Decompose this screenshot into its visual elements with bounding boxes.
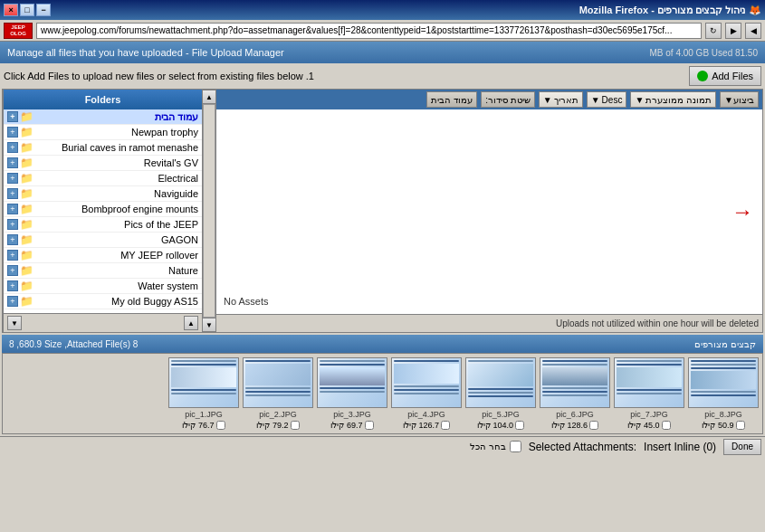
upload-manager-title: Manage all files that you have uploaded … — [7, 47, 284, 58]
folder-item-name: Revital's GV — [33, 157, 198, 168]
scroll-up-button[interactable]: ▲ — [202, 90, 216, 104]
folder-icon: 📁 — [20, 233, 33, 246]
red-arrow-indicator: → — [732, 199, 753, 224]
folder-item-picsjeep[interactable]: + 📁 Pics of the JEEP — [4, 217, 202, 233]
thumbnail-image — [317, 357, 387, 408]
folder-item-revital[interactable]: + 📁 Revital's GV — [4, 156, 202, 171]
scroll-track[interactable] — [203, 104, 215, 318]
select-all-label: בחר הכל — [470, 442, 506, 451]
folder-icon: 📁 — [20, 280, 33, 292]
folder-expand-icon[interactable]: + — [7, 111, 18, 122]
folder-item-name: עמוד הבית — [33, 111, 198, 123]
thumbnail-image — [614, 357, 684, 408]
folder-expand-icon[interactable]: + — [7, 127, 18, 138]
add-icon — [697, 71, 708, 81]
thumbnail-checkbox[interactable] — [216, 421, 225, 430]
upload-manager-header: MB of 4.00 GB Used 81.50 Manage all file… — [0, 42, 765, 63]
forward-button[interactable]: ▶ — [725, 23, 741, 39]
thumbnail-item: pic_5.JPG 104.0 קילו — [465, 357, 536, 430]
done-button[interactable]: Done — [723, 439, 761, 455]
folder-icon: 📁 — [20, 141, 33, 154]
folder-expand-icon[interactable]: + — [7, 250, 18, 261]
reload-button[interactable]: ↻ — [705, 23, 722, 39]
folder-expand-icon[interactable]: + — [7, 219, 18, 230]
folder-expand-icon[interactable]: + — [7, 157, 18, 168]
thumbnail-checkbox[interactable] — [515, 421, 524, 430]
thumbnail-preview — [615, 358, 684, 407]
folder-expand-icon[interactable]: + — [7, 265, 18, 276]
thumbnail-checkbox-row: 69.7 קילו — [330, 421, 373, 430]
thumbnail-checkbox[interactable] — [662, 421, 671, 430]
folder-item-naviguide[interactable]: + 📁 Naviguide — [4, 186, 202, 202]
folder-item-icons: + 📁 — [7, 203, 33, 215]
folders-footer: ▲ ▼ — [4, 313, 202, 332]
thumbnail-image — [168, 357, 239, 408]
maximize-button[interactable]: □ — [20, 4, 34, 16]
folder-item-icons: + 📁 — [7, 187, 33, 200]
thumbnail-size: 45.0 קילו — [627, 421, 659, 430]
folder-expand-icon[interactable]: + — [7, 296, 18, 307]
folder-icon: 📁 — [20, 126, 33, 138]
upload-hint: Click Add Files to upload new files or s… — [4, 71, 684, 81]
folder-item-nature[interactable]: + 📁 Nature — [4, 263, 202, 279]
folder-expand-icon[interactable]: + — [7, 173, 18, 184]
folder-item-bombproof[interactable]: + 📁 Bombproof engine mounts — [4, 202, 202, 217]
thumbnail-image — [243, 357, 313, 408]
back-button[interactable]: ◀ — [745, 23, 761, 39]
folders-scroll-up-button[interactable]: ▲ — [184, 316, 198, 330]
sort-column[interactable]: ביצוע ▼ — [720, 91, 759, 108]
folder-item-homepage[interactable]: + 📁 עמוד הבית — [4, 109, 202, 125]
folders-scroll-down-button[interactable]: ▼ — [7, 316, 22, 330]
thumbnail-checkbox[interactable] — [441, 421, 450, 430]
no-assets-label: No Assets — [224, 296, 269, 307]
storage-info: MB of 4.00 GB Used 81.50 — [649, 48, 758, 58]
folder-expand-icon[interactable]: + — [7, 188, 18, 199]
address-input[interactable] — [36, 23, 702, 39]
date-column[interactable]: תאריך ▼ — [539, 91, 583, 108]
scroll-down-button[interactable]: ▼ — [202, 318, 216, 332]
title-bar: 🦊 ניהול קבצים מצורפים - Mozilla Firefox … — [0, 0, 765, 20]
jeepolog-logo: JEEPOLOG — [4, 23, 33, 39]
folder-expand-icon[interactable]: + — [7, 234, 18, 245]
folder-item-burial[interactable]: + 📁 Burial caves in ramot menashe — [4, 140, 202, 156]
thumbnail-preview — [466, 358, 535, 407]
thumbnail-image — [688, 357, 759, 408]
folder-item-rollover[interactable]: + 📁 MY JEEP rollover — [4, 248, 202, 263]
file-area-scrollbar[interactable]: ▲ ▼ — [202, 90, 216, 332]
desc-column[interactable]: Desc ▼ — [587, 91, 627, 108]
attached-files-info: 8 ,680.9 Size ,Attached File(s) 8 — [9, 339, 138, 349]
thumbnail-item: pic_7.JPG 45.0 קילו — [614, 357, 684, 430]
folder-item-buggy[interactable]: + 📁 My old Buggy AS15 — [4, 294, 202, 309]
folder-item-electrical[interactable]: + 📁 Electrical — [4, 171, 202, 186]
folder-item-name: Naviguide — [33, 188, 198, 199]
thumbnail-name: pic_1.JPG — [185, 410, 223, 419]
add-files-button[interactable]: Add Files — [689, 66, 761, 86]
folder-item-water[interactable]: + 📁 Water system — [4, 279, 202, 294]
folder-item-name: My old Buggy AS15 — [33, 296, 198, 307]
folder-item-icons: + 📁 — [7, 295, 33, 308]
folder-item-gagon[interactable]: + 📁 GAGON — [4, 233, 202, 248]
folder-item-newpan[interactable]: + 📁 Newpan trophy — [4, 125, 202, 140]
title-bar-text: 🦊 ניהול קבצים מצורפים - Mozilla Firefox — [579, 5, 761, 16]
select-all-checkbox[interactable] — [510, 441, 521, 452]
thumbnail-checkbox[interactable] — [736, 421, 745, 430]
insert-inline-label: (Insert Inline (0 — [644, 441, 716, 453]
thumbnail-checkbox-row: 50.9 קילו — [702, 421, 744, 430]
folder-item-name: Bombproof engine mounts — [33, 204, 198, 214]
folder-expand-icon[interactable]: + — [7, 280, 18, 291]
folder-list: + 📁 עמוד הבית + 📁 Newpan trophy + 📁 Buri… — [4, 109, 202, 313]
folder-item-icons: + 📁 — [7, 233, 33, 246]
folder-item-icons: + 📁 — [7, 249, 33, 261]
minimize-button[interactable]: − — [36, 4, 51, 16]
folder-icon: 📁 — [20, 157, 33, 169]
folder-expand-icon[interactable]: + — [7, 142, 18, 153]
thumbnail-column[interactable]: תמונה ממוצערת ▼ — [630, 91, 716, 108]
folder-expand-icon[interactable]: + — [7, 204, 18, 214]
folder-icon: 📁 — [20, 110, 33, 123]
thumbnail-checkbox[interactable] — [589, 421, 598, 430]
thumbnail-preview — [318, 358, 387, 407]
close-button[interactable]: × — [4, 4, 18, 16]
thumbnail-checkbox[interactable] — [291, 421, 300, 430]
folder-icon: 📁 — [20, 295, 33, 308]
thumbnail-checkbox[interactable] — [365, 421, 374, 430]
